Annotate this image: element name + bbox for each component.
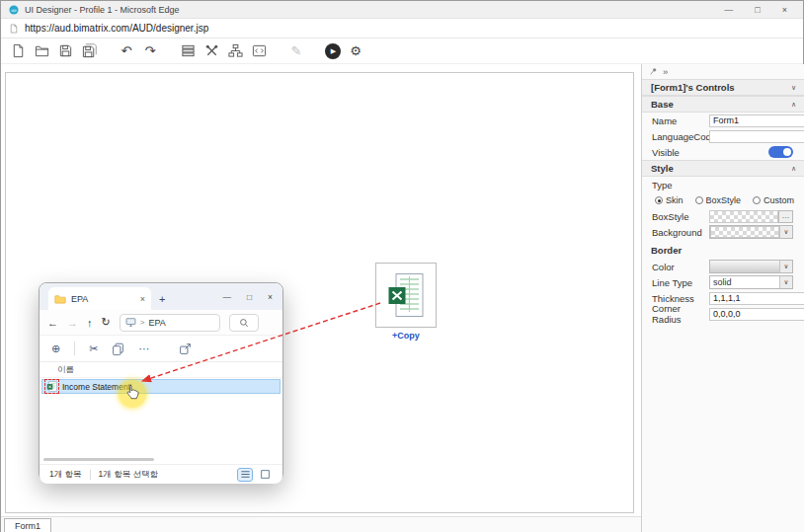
section-style-label: Style [651, 163, 674, 174]
design-canvas-area: +Copy EPA × + — □ × [1, 64, 641, 532]
tab-form1[interactable]: Form1 [4, 518, 51, 532]
tools-icon[interactable] [202, 42, 220, 60]
form-tab-bar: Form1 [1, 516, 641, 532]
up-icon[interactable]: ↑ [87, 317, 93, 329]
edit-icon: ✎ [287, 42, 305, 60]
row-border-color: Color ∨ [642, 259, 804, 274]
section-style[interactable]: Style ∧ [642, 160, 804, 177]
explorer-minimize-icon[interactable]: — [222, 292, 231, 302]
corner-radius-input[interactable] [709, 308, 804, 321]
os-titlebar: UI Designer - Profile 1 - Microsoft Edge… [1, 1, 803, 19]
radio-custom[interactable]: Custom [753, 195, 794, 205]
explorer-maximize-icon[interactable]: □ [247, 292, 252, 302]
search-icon [239, 318, 249, 328]
column-header-label: 이름 [57, 364, 74, 376]
visible-toggle[interactable] [768, 146, 793, 158]
collapse-panel-icon[interactable]: » [663, 66, 668, 77]
address-bar[interactable]: > EPA [120, 314, 220, 332]
row-type: Type [642, 177, 804, 192]
background-label: Background [652, 227, 709, 238]
background-select[interactable]: ∨ [709, 225, 793, 239]
controls-header[interactable]: [Form1]'s Controls ∨ [642, 79, 804, 96]
corner-radius-label: Corner Radius [652, 303, 709, 325]
thickness-input[interactable] [709, 292, 804, 305]
folder-icon [54, 293, 66, 305]
column-header-name[interactable]: 이름 [40, 362, 282, 378]
run-button[interactable]: ▶ [325, 43, 341, 59]
details-view-icon[interactable] [237, 468, 253, 482]
selected-count-label: 1개 항목 선택함 [99, 469, 158, 481]
languagecode-input[interactable] [709, 130, 804, 143]
save-icon[interactable] [56, 42, 74, 60]
chevron-up-icon: ∧ [791, 101, 796, 109]
boxstyle-browse-button[interactable]: … [778, 210, 793, 223]
tab-close-icon[interactable]: × [140, 294, 145, 304]
type-label: Type [652, 180, 709, 190]
explorer-statusbar: 1개 항목 1개 항목 선택함 [40, 464, 282, 484]
border-color-select[interactable]: ∨ [709, 260, 793, 273]
radio-skin-circle[interactable] [655, 196, 663, 204]
file-name-label: Income Statement [62, 382, 130, 392]
close-icon[interactable]: × [782, 5, 787, 15]
maximize-icon[interactable]: □ [755, 5, 760, 15]
excel-file-large-icon [387, 272, 425, 318]
open-folder-icon[interactable] [33, 42, 50, 60]
chevron-down-icon[interactable]: ∨ [779, 226, 792, 238]
section-base-label: Base [651, 99, 674, 110]
icons-view-icon[interactable] [257, 468, 273, 482]
radio-skin[interactable]: Skin [655, 195, 683, 205]
search-box[interactable] [229, 314, 259, 332]
copy-icon[interactable] [112, 342, 124, 355]
radio-skin-label: Skin [666, 195, 683, 205]
item-count-label: 1개 항목 [49, 469, 82, 481]
chevron-down-icon[interactable]: ∨ [779, 276, 792, 288]
settings-icon[interactable]: ⚙ [347, 42, 364, 60]
explorer-close-icon[interactable]: × [268, 292, 273, 302]
section-base[interactable]: Base ∧ [642, 96, 804, 113]
back-icon[interactable]: ← [47, 317, 58, 329]
more-icon[interactable]: ⋯ [138, 342, 149, 355]
line-type-select[interactable]: solid ∨ [709, 275, 793, 289]
share-icon[interactable] [179, 342, 192, 355]
file-row[interactable]: Income Statement [41, 379, 281, 394]
file-list: Income Statement [40, 379, 282, 464]
languagecode-label: LanguageCode [652, 131, 709, 142]
boxstyle-label: BoxStyle [652, 211, 709, 222]
new-item-icon[interactable]: ⊕ [51, 342, 60, 355]
drop-target-box [375, 263, 437, 328]
cut-icon[interactable]: ✂ [89, 342, 98, 355]
excel-file-icon [46, 381, 57, 392]
border-color-label: Color [652, 262, 709, 272]
url-bar[interactable]: https://aud.bimatrix.com/AUD/designer.js… [1, 19, 803, 38]
computer-icon [125, 317, 136, 328]
code-icon[interactable] [250, 42, 268, 60]
dataset-icon[interactable] [179, 42, 197, 60]
redo-icon[interactable]: ↷ [141, 42, 159, 60]
name-input[interactable] [709, 114, 804, 127]
explorer-command-bar: ⊕ ✂ ⋯ [40, 336, 282, 362]
pin-icon[interactable] [649, 67, 658, 76]
visible-label: Visible [652, 147, 709, 158]
refresh-icon[interactable]: ↻ [102, 316, 111, 329]
save-all-icon[interactable] [80, 42, 98, 60]
row-corner-radius: Corner Radius [642, 306, 804, 322]
chevron-up-icon: ∧ [791, 165, 796, 173]
new-file-icon[interactable] [9, 42, 27, 60]
line-type-label: Line Type [652, 277, 709, 288]
row-boxstyle: BoxStyle … [642, 208, 804, 224]
horizontal-scrollbar[interactable] [43, 458, 154, 461]
radio-boxstyle-circle[interactable] [695, 196, 703, 204]
sitemap-icon[interactable] [226, 42, 244, 60]
boxstyle-swatch[interactable] [709, 210, 778, 223]
minimize-icon[interactable]: — [724, 5, 733, 15]
row-type-radios: Skin BoxStyle Custom [642, 192, 804, 208]
radio-boxstyle[interactable]: BoxStyle [695, 195, 742, 205]
controls-header-label: [Form1]'s Controls [651, 82, 735, 93]
radio-custom-circle[interactable] [753, 196, 761, 204]
window-title: UI Designer - Profile 1 - Microsoft Edge [25, 5, 180, 15]
chevron-down-icon[interactable]: ∨ [779, 261, 792, 272]
address-crumb[interactable]: EPA [148, 318, 165, 328]
new-tab-icon[interactable]: + [159, 293, 165, 305]
explorer-tab[interactable]: EPA × [48, 287, 151, 310]
undo-icon[interactable]: ↶ [118, 42, 135, 60]
